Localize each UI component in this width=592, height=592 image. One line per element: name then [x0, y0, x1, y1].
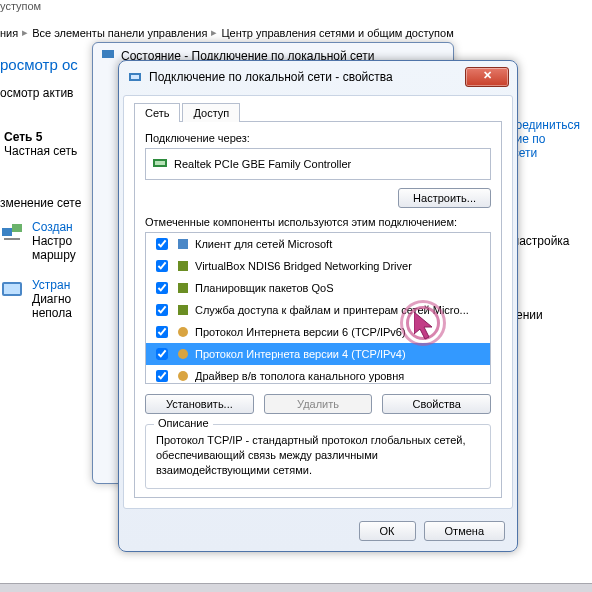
protocol-icon: [175, 368, 191, 384]
task-desc: Настро: [32, 234, 76, 248]
svg-point-16: [178, 371, 188, 381]
properties-dialog: Подключение по локальной сети - свойства…: [118, 60, 518, 552]
task-desc: маршру: [32, 248, 76, 262]
label: Отмеченные компоненты используются этим …: [145, 216, 491, 228]
breadcrumb[interactable]: ния ▸ Все элементы панели управления ▸ Ц…: [0, 26, 454, 39]
ok-button[interactable]: ОК: [359, 521, 416, 541]
network-setup-icon: [0, 220, 24, 244]
cancel-button[interactable]: Отмена: [424, 521, 505, 541]
task-desc: Диагно: [32, 292, 72, 306]
task-link[interactable]: Устран: [32, 278, 72, 292]
checkbox[interactable]: [156, 304, 168, 316]
service-icon: [175, 280, 191, 296]
svg-rect-4: [4, 284, 20, 294]
description-text: Протокол TCP/IP - стандартный протокол г…: [156, 433, 480, 478]
list-item[interactable]: Драйвер в/в тополога канального уровня: [146, 365, 490, 384]
troubleshoot-icon: [0, 278, 24, 302]
task-link[interactable]: Создан: [32, 220, 76, 234]
adapter-box: Realtek PCIe GBE Family Controller: [145, 148, 491, 180]
install-button[interactable]: Установить...: [145, 394, 254, 414]
protocol-icon: [175, 346, 191, 362]
svg-point-14: [178, 327, 188, 337]
list-item[interactable]: Клиент для сетей Microsoft: [146, 233, 490, 255]
checkbox[interactable]: [156, 238, 168, 250]
network-icon: [101, 47, 115, 64]
list-item-selected[interactable]: Протокол Интернета версии 4 (TCP/IPv4): [146, 343, 490, 365]
nic-icon: [152, 155, 168, 173]
checkbox[interactable]: [156, 348, 168, 360]
network-type: Частная сеть: [4, 144, 77, 158]
svg-rect-9: [155, 161, 165, 165]
components-list[interactable]: Клиент для сетей Microsoft VirtualBox ND…: [145, 232, 491, 384]
list-item[interactable]: VirtualBox NDIS6 Bridged Networking Driv…: [146, 255, 490, 277]
breadcrumb-part[interactable]: ния: [0, 27, 18, 39]
svg-rect-2: [4, 238, 20, 240]
adapter-name: Realtek PCIe GBE Family Controller: [174, 158, 351, 170]
tab-network[interactable]: Сеть: [134, 103, 180, 122]
list-item[interactable]: Протокол Интернета версии 6 (TCP/IPv6): [146, 321, 490, 343]
window-hint: уступом: [0, 0, 41, 12]
breadcrumb-part[interactable]: Центр управления сетями и общим доступом: [221, 27, 453, 39]
remove-button: Удалить: [264, 394, 373, 414]
tab-access[interactable]: Доступ: [182, 103, 240, 122]
label: Подключение через:: [145, 132, 491, 144]
group-title: Описание: [154, 417, 213, 429]
checkbox[interactable]: [156, 282, 168, 294]
svg-point-15: [178, 349, 188, 359]
checkbox[interactable]: [156, 370, 168, 382]
task-desc: непола: [32, 306, 72, 320]
service-icon: [175, 302, 191, 318]
service-icon: [175, 258, 191, 274]
client-icon: [175, 236, 191, 252]
network-name: Сеть 5: [4, 130, 77, 144]
network-heading: Сеть 5 Частная сеть: [4, 130, 77, 158]
network-icon: [127, 69, 143, 85]
svg-rect-5: [102, 50, 114, 58]
breadcrumb-part[interactable]: Все элементы панели управления: [32, 27, 207, 39]
checkbox[interactable]: [156, 260, 168, 272]
dialog-titlebar[interactable]: Подключение по локальной сети - свойства…: [119, 61, 517, 91]
svg-rect-0: [2, 228, 12, 236]
protocol-icon: [175, 324, 191, 340]
svg-rect-1: [12, 224, 22, 232]
section-heading: зменение сете: [0, 196, 81, 210]
window-border: [0, 583, 592, 592]
svg-rect-12: [178, 283, 188, 293]
checkbox[interactable]: [156, 326, 168, 338]
chevron-right-icon: ▸: [22, 26, 28, 39]
list-item[interactable]: Планировщик пакетов QoS: [146, 277, 490, 299]
list-item[interactable]: Служба доступа к файлам и принтерам сете…: [146, 299, 490, 321]
svg-rect-11: [178, 261, 188, 271]
svg-rect-10: [178, 239, 188, 249]
dialog-title: Подключение по локальной сети - свойства: [149, 70, 465, 84]
svg-rect-13: [178, 305, 188, 315]
chevron-right-icon: ▸: [211, 26, 217, 39]
close-button[interactable]: ✕: [465, 67, 509, 87]
configure-button[interactable]: Настроить...: [398, 188, 491, 208]
component-properties-button[interactable]: Свойства: [382, 394, 491, 414]
description-group: Описание Протокол TCP/IP - стандартный п…: [145, 424, 491, 489]
svg-rect-7: [131, 75, 139, 79]
